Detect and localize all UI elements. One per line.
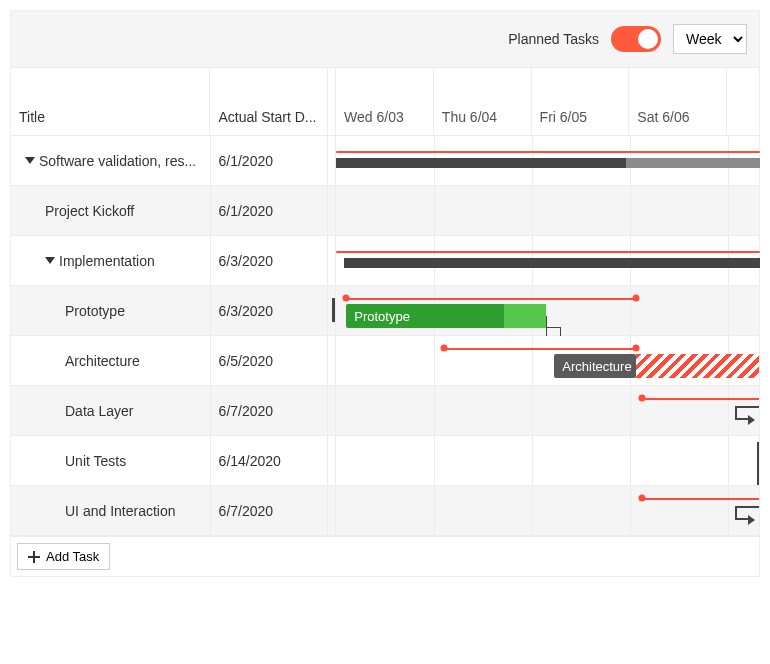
toolbar: Planned Tasks Week — [11, 11, 759, 67]
timeline-cell[interactable] — [336, 436, 759, 485]
column-header-title: Title — [11, 68, 210, 135]
chevron-down-icon[interactable] — [25, 157, 35, 164]
timeline-cell[interactable] — [336, 386, 759, 435]
table-row[interactable]: Architecture 6/5/2020 Architecture — [11, 336, 759, 386]
add-task-button[interactable]: Add Task — [17, 543, 110, 570]
table-row[interactable]: Prototype 6/3/2020 Prototype — [11, 286, 759, 336]
task-bar-architecture-progress — [636, 354, 759, 378]
task-date: 6/5/2020 — [211, 336, 329, 385]
task-date: 6/14/2020 — [211, 436, 329, 485]
planned-tasks-toggle[interactable] — [611, 26, 661, 52]
timeline-cell[interactable] — [336, 486, 759, 535]
table-row[interactable]: Implementation 6/3/2020 — [11, 236, 759, 286]
task-bar-architecture[interactable]: Architecture — [554, 354, 636, 378]
timeline-cell[interactable] — [336, 236, 759, 285]
task-date: 6/3/2020 — [211, 236, 329, 285]
view-select[interactable]: Week — [673, 24, 747, 54]
task-date: 6/3/2020 — [211, 286, 329, 335]
task-date: 6/7/2020 — [211, 486, 329, 535]
task-title: Implementation — [59, 253, 155, 269]
task-date: 6/1/2020 — [211, 136, 329, 185]
table-row[interactable]: UI and Interaction 6/7/2020 — [11, 486, 759, 536]
timeline-cell[interactable] — [336, 136, 759, 185]
task-title: Unit Tests — [65, 453, 126, 469]
task-title: Software validation, res... — [39, 153, 196, 169]
task-title: Prototype — [65, 303, 125, 319]
timeline-cell[interactable]: Prototype — [336, 286, 759, 335]
task-title: UI and Interaction — [65, 503, 176, 519]
timeline-cell[interactable]: Architecture — [336, 336, 759, 385]
column-header-row: Title Actual Start D... Wed 6/03 Thu 6/0… — [11, 68, 759, 136]
gantt-panel: Planned Tasks Week Title Actual Start D.… — [10, 10, 760, 577]
task-date: 6/7/2020 — [211, 386, 329, 435]
task-title: Architecture — [65, 353, 140, 369]
timeline-cell[interactable] — [336, 186, 759, 235]
planned-tasks-label: Planned Tasks — [508, 31, 599, 47]
column-header-day-1: Thu 6/04 — [434, 68, 532, 135]
task-date: 6/1/2020 — [211, 186, 329, 235]
column-header-day-2: Fri 6/05 — [532, 68, 630, 135]
task-title: Project Kickoff — [45, 203, 134, 219]
task-title: Data Layer — [65, 403, 133, 419]
plus-icon — [28, 551, 40, 563]
gantt-grid: Title Actual Start D... Wed 6/03 Thu 6/0… — [11, 67, 759, 576]
column-header-day-0: Wed 6/03 — [336, 68, 434, 135]
table-row[interactable]: Software validation, res... 6/1/2020 — [11, 136, 759, 186]
column-header-date: Actual Start D... — [210, 68, 328, 135]
table-row[interactable]: Project Kickoff 6/1/2020 — [11, 186, 759, 236]
task-bar-prototype[interactable]: Prototype — [346, 304, 546, 328]
column-header-day-3: Sat 6/06 — [629, 68, 727, 135]
table-row[interactable]: Data Layer 6/7/2020 — [11, 386, 759, 436]
column-header-day-edge — [727, 68, 759, 135]
table-row[interactable]: Unit Tests 6/14/2020 — [11, 436, 759, 486]
chevron-down-icon[interactable] — [45, 257, 55, 264]
grid-footer: Add Task — [11, 536, 759, 576]
